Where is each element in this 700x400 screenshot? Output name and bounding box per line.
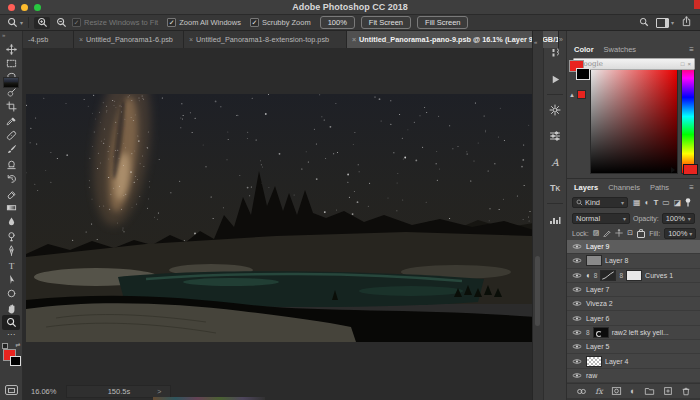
background-color-swatch[interactable] [10,356,21,366]
delete-layer-icon[interactable] [681,386,691,396]
lock-all-icon[interactable] [637,228,645,238]
clone-stamp-tool[interactable] [2,157,20,171]
edit-toolbar-icon[interactable]: ⋯ [7,330,15,341]
link-layers-icon[interactable] [576,387,587,396]
document-tab[interactable]: -4.psb [23,31,74,48]
zoom-level-value[interactable]: 16.06% [31,387,56,396]
tk-panel-icon[interactable]: TK [544,175,566,201]
scrollbar-thumb[interactable] [535,256,540,326]
layer-thumbnail[interactable] [586,255,602,266]
camera-raw-panel-icon[interactable] [544,97,566,123]
type-layer-filter-icon[interactable]: T [653,198,658,207]
layer-visibility-toggle[interactable] [571,372,583,379]
screen-mode-icon[interactable] [5,385,18,395]
workspace-switcher-icon[interactable]: ▾ [656,18,674,28]
layer-visibility-toggle[interactable] [571,272,583,279]
panel-menu-icon[interactable]: ≡ [689,45,694,54]
close-window-icon[interactable]: × [687,61,691,67]
path-selection-tool[interactable] [2,272,20,286]
close-tab-icon[interactable]: × [189,36,193,43]
layer-row[interactable]: Viveza 2 [567,297,700,311]
hue-slider[interactable] [681,59,695,174]
toolbar-collapse-icon[interactable]: » [0,31,5,42]
canvas-scrollbar[interactable]: « [532,31,543,400]
tab-swatches[interactable]: Swatches [604,45,637,54]
filter-toggle-icon[interactable] [685,198,691,207]
panel-menu-icon[interactable]: ≡ [689,183,694,192]
eraser-tool[interactable] [2,186,20,200]
fill-screen-button[interactable]: Fill Screen [417,16,468,29]
layer-row[interactable]: Layer 5 [567,340,700,354]
zoom-tool-icon[interactable]: ▾ [7,17,23,28]
zoom-all-windows-checkbox[interactable]: ✓ Zoom All Windows [167,18,241,27]
histogram-panel-icon[interactable] [544,206,566,232]
styles-panel-icon[interactable]: A [544,149,566,175]
document-canvas-image[interactable] [26,94,532,342]
gradient-tool[interactable] [2,200,20,214]
blur-tool[interactable] [2,215,20,229]
zoom-in-button[interactable] [34,17,50,29]
type-tool[interactable]: T [2,258,20,272]
document-tab[interactable]: × Untitled_Panorama1-8-extension-top.psb [184,31,347,48]
layer-visibility-toggle[interactable] [571,329,583,336]
layer-effects-icon[interactable]: fx [595,387,602,396]
scrubby-zoom-checkbox[interactable]: ✓ Scrubby Zoom [250,18,311,27]
mask-link-icon[interactable]: 8 [594,272,598,279]
document-tab[interactable]: × Untitled_Panorama1-6.psb [74,31,184,48]
new-adjustment-layer-icon[interactable]: ◐ [630,386,635,396]
tab-color[interactable]: Color [574,45,594,54]
gamut-color-swatch[interactable] [577,90,586,99]
restore-window-icon[interactable]: □ [681,61,685,67]
tab-paths[interactable]: Paths [650,183,669,192]
lock-transparency-icon[interactable]: ▨ [593,229,600,237]
layer-row[interactable]: 8 raw2 left sky yell... [567,326,700,340]
zoom-tool-selected[interactable] [2,315,20,329]
status-expand-icon[interactable]: > [157,388,161,395]
curves-thumbnail[interactable] [600,270,616,281]
new-layer-icon[interactable] [663,386,673,396]
marquee-tool[interactable] [2,56,20,70]
panel-collapse-icon[interactable]: « [534,39,537,45]
saturation-brightness-field[interactable] [590,59,678,174]
layer-row-selected[interactable]: Layer 9 [567,240,700,254]
layer-row[interactable]: ◐ 8 8 Curves 1 [567,269,700,283]
tab-channels[interactable]: Channels [608,183,640,192]
document-tab-active[interactable]: × Untitled_Panorama1-pano-9.psb @ 16.1% … [347,31,559,48]
new-group-icon[interactable] [644,386,655,396]
smart-object-filter-icon[interactable]: ◪ [674,198,682,207]
layer-visibility-toggle[interactable] [571,300,583,307]
mask-link-icon[interactable]: 8 [586,329,590,336]
eyedropper-tool[interactable] [2,114,20,128]
adjustment-layer-filter-icon[interactable]: ◐ [645,198,650,207]
properties-panel-icon[interactable] [544,123,566,149]
search-icon[interactable] [639,17,649,29]
pen-tool[interactable] [2,243,20,257]
actions-panel-icon[interactable] [544,66,566,92]
resize-windows-checkbox[interactable]: ✓ Resize Windows to Fit [72,18,158,27]
spot-healing-tool[interactable] [2,128,20,142]
layer-mask-thumbnail[interactable] [593,327,609,338]
panel-fg-bg-colors[interactable] [569,60,591,82]
foreground-background-colors[interactable]: ⇄ [2,343,21,366]
layer-row[interactable]: Layer 8 [567,254,700,268]
swap-colors-icon[interactable]: ⇄ [15,341,20,348]
dodge-tool[interactable] [2,229,20,243]
zoom-out-button[interactable] [53,17,69,29]
shape-layer-filter-icon[interactable]: ▭ [662,198,670,207]
layer-row[interactable]: raw [567,369,700,383]
layer-thumbnail[interactable] [586,356,602,367]
mask-link-icon[interactable]: 8 [619,272,623,279]
shape-tool[interactable] [2,287,20,301]
tab-layers[interactable]: Layers [574,183,598,192]
opacity-dropdown[interactable]: 100% ▾ [662,213,695,224]
layer-visibility-toggle[interactable] [571,257,583,264]
filter-kind-dropdown[interactable]: Kind ▾ [572,197,628,208]
layer-visibility-toggle[interactable] [571,243,583,250]
tab-overflow-icon[interactable]: » [559,31,563,48]
layer-visibility-toggle[interactable] [571,343,583,350]
history-brush-tool[interactable] [2,172,20,186]
background-color-swatch[interactable] [576,68,590,80]
fill-dropdown[interactable]: 100% ▾ [664,228,696,239]
layer-row[interactable]: Layer 4 [567,354,700,368]
move-tool[interactable] [2,42,20,56]
